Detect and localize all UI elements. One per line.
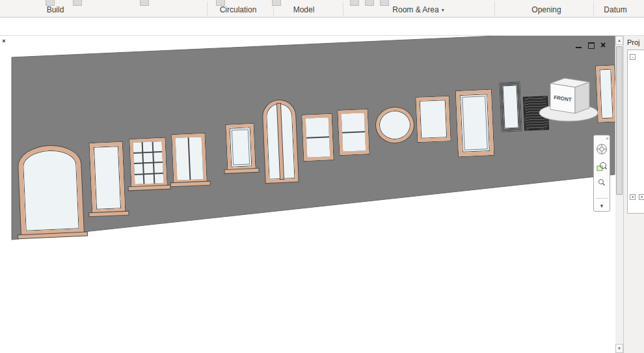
view-window-controls: × xyxy=(576,41,608,50)
tree-collapse-icon[interactable]: - xyxy=(630,54,636,60)
window-sill xyxy=(225,169,259,173)
minimize-button[interactable] xyxy=(576,41,583,49)
fixed-window-a[interactable] xyxy=(416,96,451,142)
window-pane xyxy=(153,141,162,151)
window-inner-pane xyxy=(462,96,488,150)
window-pane xyxy=(133,153,142,163)
arched-window[interactable] xyxy=(18,145,84,236)
hidden-panel-close-tab[interactable]: × xyxy=(1,37,7,45)
ribbon-panel-opening[interactable]: Opening xyxy=(531,5,561,14)
window-sill xyxy=(18,233,87,239)
window-pane xyxy=(342,132,366,152)
window-pane xyxy=(133,142,142,152)
tree-expand-icon[interactable]: + xyxy=(639,194,644,200)
steering-wheel-icon[interactable] xyxy=(596,143,608,155)
application-window: BuildCirculationModelRoom & Area▾Opening… xyxy=(0,0,644,353)
window-pane xyxy=(154,174,163,184)
double-hung-window-a[interactable] xyxy=(302,114,333,161)
window-sill xyxy=(89,212,128,217)
ribbon-toolbar-icon[interactable] xyxy=(140,0,149,6)
project-browser-tree[interactable]: - + + xyxy=(627,49,644,214)
window-pane xyxy=(189,137,204,180)
single-window[interactable] xyxy=(226,124,255,171)
double-casement-window[interactable] xyxy=(172,134,206,184)
window-inner-pane xyxy=(232,129,250,165)
ribbon-toolbar-icon[interactable] xyxy=(350,0,359,6)
navbar-divider xyxy=(596,198,608,199)
navbar-close-button[interactable]: × xyxy=(606,135,609,141)
arched-double-window[interactable] xyxy=(262,100,298,183)
viewcube-right-face[interactable] xyxy=(575,82,589,113)
window-pane xyxy=(144,152,153,162)
tree-expand-icon[interactable]: + xyxy=(630,194,636,200)
window-mullion xyxy=(277,104,284,179)
double-hung-window-b[interactable] xyxy=(338,109,369,155)
window-pane xyxy=(144,174,154,184)
close-button[interactable]: × xyxy=(600,41,608,49)
window-panes xyxy=(133,141,164,184)
restore-button[interactable] xyxy=(588,41,595,49)
navbar-dropdown-arrow[interactable]: ▾ xyxy=(594,202,610,210)
window-sill xyxy=(171,182,210,187)
round-window[interactable] xyxy=(375,107,414,143)
ribbon-separator xyxy=(494,1,495,16)
navigation-bar: × xyxy=(593,135,610,212)
window-panes xyxy=(306,117,330,157)
fixed-window-b[interactable] xyxy=(456,90,494,156)
drawing-area[interactable]: FRONT × × xyxy=(5,36,615,353)
window-pane xyxy=(144,163,153,173)
window-pane xyxy=(154,163,163,173)
viewcube[interactable]: FRONT xyxy=(533,74,605,126)
dropdown-arrow-icon: ▾ xyxy=(442,7,444,13)
tall-window[interactable] xyxy=(90,142,126,214)
viewport-canvas xyxy=(5,36,615,353)
ribbon: BuildCirculationModelRoom & Area▾Opening… xyxy=(0,0,644,18)
window-pane xyxy=(143,142,152,152)
window-panes xyxy=(176,137,204,180)
window-pane xyxy=(154,152,163,162)
dark-frame-window[interactable] xyxy=(500,82,521,131)
grid-window[interactable] xyxy=(129,138,167,188)
scroll-up-button[interactable]: ▲ xyxy=(615,36,623,45)
window-sill xyxy=(129,186,170,191)
window-pane xyxy=(306,117,329,137)
ribbon-separator xyxy=(207,1,208,16)
ribbon-panel-build[interactable]: Build xyxy=(47,5,64,14)
window-pane xyxy=(134,163,143,173)
window-pane xyxy=(342,113,365,132)
window-pane xyxy=(306,137,330,157)
ribbon-toolbar-icon[interactable] xyxy=(380,0,389,6)
ribbon-panel-circulation[interactable]: Circulation xyxy=(220,5,257,14)
ribbon-panel-datum[interactable]: Datum xyxy=(604,5,626,14)
ribbon-separator xyxy=(343,1,343,16)
window-panes xyxy=(342,113,366,151)
minimize-icon xyxy=(576,47,582,48)
viewport-vertical-scrollbar[interactable]: ▲ ▼ xyxy=(615,36,623,353)
project-browser-panel: Proj - + + xyxy=(623,36,644,353)
ribbon-toolbar-icon[interactable] xyxy=(365,0,374,6)
window-pane xyxy=(176,137,190,180)
ribbon-panel-room-area[interactable]: Room & Area▾ xyxy=(392,5,444,14)
scroll-down-button[interactable]: ▼ xyxy=(615,344,623,353)
project-browser-title: Proj xyxy=(627,38,640,46)
ribbon-separator xyxy=(593,1,594,16)
ribbon-toolbar-icon[interactable] xyxy=(73,0,82,6)
ribbon-toolbar-icon[interactable] xyxy=(272,0,281,6)
restore-icon xyxy=(588,42,595,49)
window-pane xyxy=(135,175,144,184)
magnifier-icon[interactable] xyxy=(598,177,606,185)
scrollbar-thumb[interactable] xyxy=(616,46,623,195)
ribbon-panel-model[interactable]: Model xyxy=(293,5,315,14)
zoom-region-icon[interactable] xyxy=(597,162,607,172)
